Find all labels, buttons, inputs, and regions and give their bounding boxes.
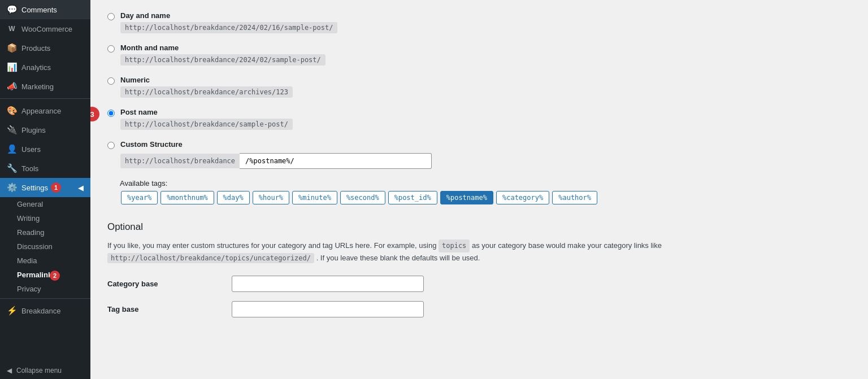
submenu-permalinks[interactable]: Permalinks 2 [0,268,90,282]
tag-second[interactable]: %second% [340,191,385,204]
sidebar-item-tools[interactable]: 🔧 Tools [0,159,90,178]
breakdance-icon: ⚡ [7,306,17,316]
radio-month-name: Month and name http://localhost/breakdan… [107,43,729,66]
sidebar-divider-2 [0,298,90,299]
month-name-label[interactable]: Month and name [120,43,326,52]
optional-section: Optional If you like, you may enter cust… [107,221,729,317]
sidebar-item-breakdance[interactable]: ⚡ Breakdance [0,301,90,320]
permalinks-badge-2: 2 [50,271,60,281]
analytics-icon: 📊 [7,62,17,72]
products-icon: 📦 [7,43,17,53]
radio-day-name: Day and name http://localhost/breakdance… [107,11,729,33]
radio-post-name-input[interactable] [107,110,115,117]
radio-month-name-input[interactable] [107,45,115,53]
day-name-content: Day and name http://localhost/breakdance… [120,11,337,33]
users-icon: 👤 [7,144,17,154]
sidebar: 💬 Comments W WooCommerce 📦 Products 📊 An… [0,0,90,379]
sidebar-item-settings[interactable]: ⚙️ Settings 1 ◀ [0,178,90,197]
optional-title: Optional [107,221,729,233]
sidebar-item-users[interactable]: 👤 Users [0,140,90,159]
marketing-icon: 📣 [7,81,17,92]
sidebar-item-appearance[interactable]: 🎨 Appearance [0,101,90,120]
sidebar-item-woocommerce[interactable]: W WooCommerce [0,19,90,38]
tag-year[interactable]: %year% [121,191,158,204]
sidebar-item-analytics[interactable]: 📊 Analytics [0,58,90,77]
custom-structure-input[interactable] [240,153,432,169]
tag-category[interactable]: %category% [496,191,549,204]
category-base-row: Category base [107,276,729,292]
tag-hour[interactable]: %hour% [253,191,289,204]
sidebar-item-products[interactable]: 📦 Products [0,38,90,58]
custom-structure-base: http://localhost/breakdance [120,154,240,168]
post-name-content: Post name http://localhost/breakdance/sa… [120,108,293,130]
sidebar-divider [0,98,90,99]
tag-day[interactable]: %day% [217,191,250,204]
available-tags-section: Available tags: %year% %monthnum% %day% … [120,179,729,204]
radio-custom-structure-input[interactable] [107,142,115,149]
category-base-label: Category base [107,280,220,288]
tag-base-row: Tag base [107,301,729,317]
tag-minute[interactable]: %minute% [292,191,337,204]
submenu-general[interactable]: General [0,197,90,211]
settings-icon: ⚙️ [7,182,17,193]
badge-3: 3 [90,107,99,121]
settings-submenu: General Writing Reading Discussion Media… [0,197,90,296]
sidebar-item-comments[interactable]: 💬 Comments [0,0,90,19]
optional-desc: If you like, you may enter custom struct… [107,239,729,264]
category-base-input[interactable] [232,276,424,292]
numeric-content: Numeric http://localhost/breakdance/arch… [120,76,293,98]
tag-base-input[interactable] [232,301,424,317]
tag-post-id[interactable]: %post_id% [388,191,437,204]
available-tags-label: Available tags: [120,179,729,188]
custom-structure-label[interactable]: Custom Structure [120,140,432,149]
post-name-label[interactable]: Post name [120,108,293,116]
tools-icon: 🔧 [7,163,17,173]
sidebar-item-marketing[interactable]: 📣 Marketing [0,77,90,96]
optional-example-url: http://localhost/breakdance/topics/uncat… [107,253,314,263]
collapse-menu[interactable]: ◀ Collapse menu [0,362,90,379]
radio-custom-structure: Custom Structure http://localhost/breakd… [107,140,729,169]
plugins-icon: 🔌 [7,125,17,135]
settings-badge-1: 1 [51,182,61,193]
tag-author[interactable]: %author% [552,191,597,204]
settings-arrow: ◀ [78,184,84,192]
permalink-section: Day and name http://localhost/breakdance… [107,11,729,317]
radio-day-name-input[interactable] [107,13,115,20]
woocommerce-icon: W [7,24,17,34]
radio-post-name: 3 Post name http://localhost/breakdance/… [107,108,729,130]
submenu-writing[interactable]: Writing [0,211,90,225]
topics-badge: topics [439,239,470,252]
tag-postname[interactable]: %postname% [440,191,493,204]
submenu-reading[interactable]: Reading [0,225,90,239]
sidebar-item-plugins[interactable]: 🔌 Plugins [0,120,90,140]
comments-icon: 💬 [7,5,17,15]
tag-monthnum[interactable]: %monthnum% [160,191,214,204]
collapse-icon: ◀ [7,367,12,374]
numeric-label[interactable]: Numeric [120,76,293,84]
submenu-media[interactable]: Media [0,254,90,268]
numeric-url: http://localhost/breakdance/archives/123 [120,86,293,98]
tags-row: %year% %monthnum% %day% %hour% %minute% … [121,191,729,204]
custom-structure-row: http://localhost/breakdance [120,153,432,169]
month-name-content: Month and name http://localhost/breakdan… [120,43,326,66]
radio-numeric-input[interactable] [107,77,115,85]
tag-base-label: Tag base [107,305,220,313]
main-content: Day and name http://localhost/breakdance… [90,0,868,379]
day-name-label[interactable]: Day and name [120,11,337,20]
submenu-discussion[interactable]: Discussion [0,239,90,254]
submenu-privacy[interactable]: Privacy [0,282,90,296]
day-name-url: http://localhost/breakdance/2024/02/16/s… [120,22,337,33]
post-name-url: http://localhost/breakdance/sample-post/ [120,119,293,130]
appearance-icon: 🎨 [7,106,17,116]
radio-numeric: Numeric http://localhost/breakdance/arch… [107,76,729,98]
custom-structure-content: Custom Structure http://localhost/breakd… [120,140,432,169]
month-name-url: http://localhost/breakdance/2024/02/samp… [120,54,326,66]
